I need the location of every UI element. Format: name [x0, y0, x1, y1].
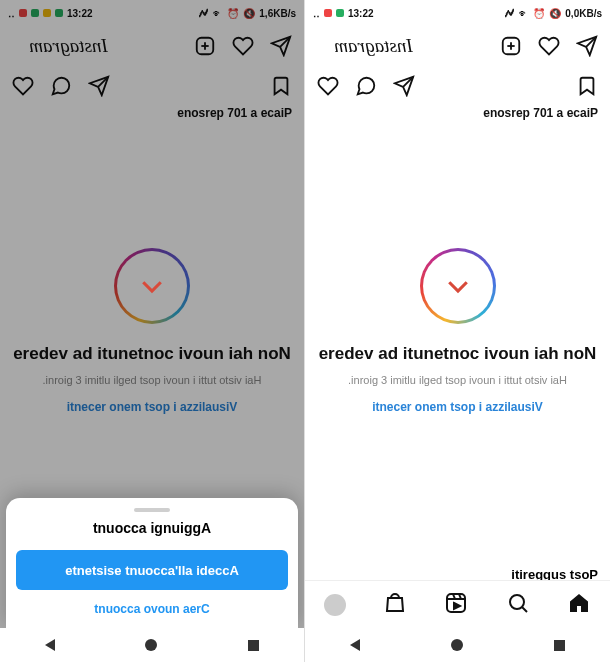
caught-up-icon: [114, 248, 190, 324]
new-post-icon[interactable]: [500, 35, 522, 61]
status-battery-icon: 🗲: [199, 8, 209, 19]
app-header: Instagram: [305, 26, 610, 70]
status-notif-dots: ‥: [8, 8, 15, 19]
svg-point-8: [510, 595, 524, 609]
add-account-sheet: Aggiungi account Accedi all'account esis…: [6, 498, 298, 628]
bottom-tab-bar: [305, 580, 610, 628]
messenger-icon[interactable]: [576, 35, 598, 61]
system-nav: [305, 628, 610, 662]
status-battery-icon: 🗲: [505, 8, 515, 19]
status-app-icon: [43, 9, 51, 17]
status-app-icon: [19, 9, 27, 17]
messenger-icon[interactable]: [270, 35, 292, 61]
tab-reels-icon[interactable]: [444, 591, 468, 619]
likes-count[interactable]: Piace a 107 persone: [305, 106, 610, 128]
comment-icon[interactable]: [50, 75, 72, 101]
app-header: Instagram: [0, 26, 304, 70]
post-actions: [305, 70, 610, 106]
sheet-handle[interactable]: [134, 508, 170, 512]
caught-up-section: Non hai nuovi contenuti da vedere Hai vi…: [305, 128, 610, 414]
caught-up-title: Non hai nuovi contenuti da vedere: [0, 344, 304, 364]
likes-count[interactable]: Piace a 107 persone: [0, 106, 304, 128]
svg-marker-14: [454, 603, 460, 609]
status-net: 0,0KB/s: [565, 8, 602, 19]
status-app-icon: [55, 9, 63, 17]
caught-up-title: Non hai nuovi contenuti da vedere: [305, 344, 610, 364]
status-app-icon: [336, 9, 344, 17]
view-older-link[interactable]: Visualizza i post meno recenti: [305, 400, 610, 414]
system-nav: [0, 628, 304, 662]
share-icon[interactable]: [393, 75, 415, 101]
status-app-icon: [31, 9, 39, 17]
status-alarm-icon: ⏰: [533, 8, 545, 19]
bookmark-icon[interactable]: [576, 75, 598, 101]
status-wifi-icon: ᯤ: [213, 8, 223, 19]
status-wifi-icon: ᯤ: [519, 8, 529, 19]
home-key[interactable]: [145, 639, 157, 651]
heart-icon[interactable]: [538, 35, 560, 61]
home-key[interactable]: [451, 639, 463, 651]
heart-icon[interactable]: [232, 35, 254, 61]
sheet-title: Aggiungi account: [16, 520, 288, 536]
like-icon[interactable]: [317, 75, 339, 101]
new-post-icon[interactable]: [194, 35, 216, 61]
status-time: 13:22: [348, 8, 374, 19]
status-bar: 🗲 ᯤ ⏰ 🔇 0,0KB/s ‥ 13:22: [305, 0, 610, 26]
status-mute-icon: 🔇: [243, 8, 255, 19]
login-existing-button[interactable]: Accedi all'account esistente: [16, 550, 288, 590]
svg-text:Instagram: Instagram: [334, 35, 413, 56]
caught-up-subtitle: Hai visto tutti i nuovi post degli ultim…: [305, 374, 610, 386]
status-bar: 🗲 ᯤ ⏰ 🔇 1,6KB/s ‥ 13:22: [0, 0, 304, 26]
status-net: 1,6KB/s: [259, 8, 296, 19]
status-notif-dots: ‥: [313, 8, 320, 19]
instagram-logo[interactable]: Instagram: [12, 32, 108, 64]
recents-key[interactable]: [248, 640, 259, 651]
status-time: 13:22: [67, 8, 93, 19]
status-mute-icon: 🔇: [549, 8, 561, 19]
screenshot-right: 🗲 ᯤ ⏰ 🔇 0,0KB/s ‥ 13:22: [305, 0, 610, 662]
view-older-link[interactable]: Visualizza i post meno recenti: [0, 400, 304, 414]
bookmark-icon[interactable]: [270, 75, 292, 101]
comment-icon[interactable]: [355, 75, 377, 101]
tab-profile-icon[interactable]: [324, 594, 346, 616]
caught-up-icon: [420, 248, 496, 324]
tab-shop-icon[interactable]: [383, 591, 407, 619]
tab-search-icon[interactable]: [506, 591, 530, 619]
caught-up-subtitle: Hai visto tutti i nuovi post degli ultim…: [0, 374, 304, 386]
like-icon[interactable]: [12, 75, 34, 101]
status-alarm-icon: ⏰: [227, 8, 239, 19]
back-key[interactable]: [45, 639, 55, 651]
share-icon[interactable]: [88, 75, 110, 101]
tab-home-icon[interactable]: [567, 591, 591, 619]
screenshot-left: 🗲 ᯤ ⏰ 🔇 1,6KB/s ‥ 13:22: [0, 0, 305, 662]
back-key[interactable]: [350, 639, 360, 651]
instagram-logo[interactable]: Instagram: [317, 32, 413, 64]
create-account-button[interactable]: Crea nuovo account: [16, 602, 288, 616]
recents-key[interactable]: [554, 640, 565, 651]
caught-up-section: Non hai nuovi contenuti da vedere Hai vi…: [0, 128, 304, 414]
svg-line-9: [522, 607, 527, 612]
svg-text:Instagram: Instagram: [29, 35, 108, 56]
status-app-icon: [324, 9, 332, 17]
post-actions: [0, 70, 304, 106]
